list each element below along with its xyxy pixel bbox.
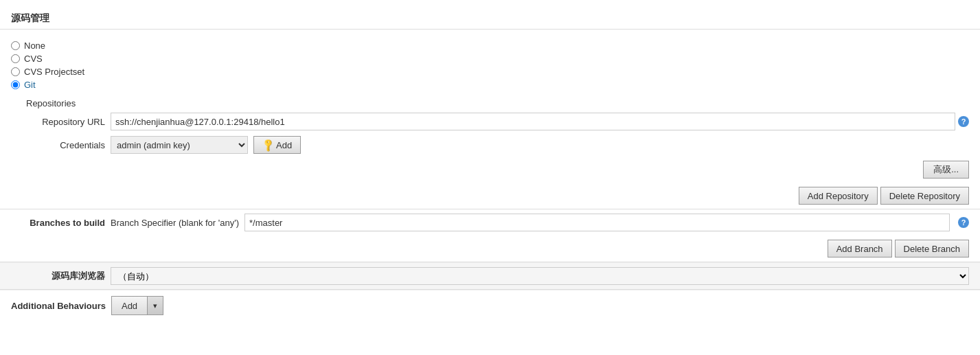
- radio-item-none: None: [11, 41, 969, 51]
- repository-url-input[interactable]: [111, 113, 955, 130]
- radio-cvs-projectset-label[interactable]: CVS Projectset: [24, 67, 84, 77]
- branch-specifier-input[interactable]: [244, 214, 950, 231]
- radio-item-git: Git: [11, 80, 969, 90]
- add-behaviour-arrow[interactable]: ▾: [147, 296, 163, 315]
- credentials-row: Credentials admin (admin key) 🔑 Add: [0, 133, 980, 157]
- section-title: 源码管理: [0, 7, 980, 30]
- radio-git[interactable]: [11, 80, 20, 89]
- add-credential-label: Add: [276, 140, 292, 150]
- add-repository-button[interactable]: Add Repository: [799, 187, 878, 205]
- radio-cvs-projectset[interactable]: [11, 67, 20, 76]
- radio-cvs[interactable]: [11, 54, 20, 63]
- add-behaviour-split-button: Add ▾: [111, 296, 163, 315]
- branch-specifier-info-icon[interactable]: ?: [958, 217, 969, 228]
- advanced-row: 高级...: [0, 157, 980, 183]
- radio-none[interactable]: [11, 41, 20, 50]
- add-branch-button[interactable]: Add Branch: [828, 240, 892, 257]
- credentials-select[interactable]: admin (admin key): [111, 136, 248, 154]
- source-browser-label: 源码库浏览器: [11, 270, 111, 282]
- repositories-section: Repositories: [0, 95, 980, 110]
- radio-group: None CVS CVS Projectset Git: [0, 35, 980, 95]
- page-container: 源码管理 None CVS CVS Projectset Git Reposit…: [0, 0, 980, 355]
- delete-repository-button[interactable]: Delete Repository: [880, 187, 969, 205]
- delete-branch-button[interactable]: Delete Branch: [895, 240, 969, 257]
- branches-to-build-label: Branches to build: [11, 218, 111, 228]
- key-icon: 🔑: [260, 137, 275, 152]
- radio-git-label[interactable]: Git: [24, 80, 36, 90]
- repository-action-row: Add Repository Delete Repository: [0, 183, 980, 209]
- credentials-label: Credentials: [11, 140, 111, 150]
- add-credential-button[interactable]: 🔑 Add: [253, 136, 301, 154]
- source-browser-select[interactable]: （自动）: [111, 267, 969, 285]
- radio-none-label[interactable]: None: [24, 41, 45, 51]
- repository-url-info-icon[interactable]: ?: [958, 116, 969, 127]
- repositories-label: Repositories: [26, 98, 76, 108]
- repository-url-input-wrap: ?: [111, 113, 969, 130]
- additional-behaviours-row: Additional Behaviours Add ▾: [0, 290, 980, 321]
- repository-url-label: Repository URL: [11, 117, 111, 127]
- branch-specifier-row: Branch Specifier (blank for 'any') ?: [111, 214, 969, 231]
- additional-behaviours-label: Additional Behaviours: [11, 301, 111, 311]
- radio-cvs-label[interactable]: CVS: [24, 54, 43, 64]
- branch-specifier-label: Branch Specifier (blank for 'any'): [111, 218, 239, 228]
- advanced-button[interactable]: 高级...: [923, 161, 969, 179]
- repository-url-row: Repository URL ?: [0, 110, 980, 133]
- radio-item-cvs: CVS: [11, 54, 969, 64]
- add-behaviour-button[interactable]: Add: [111, 296, 147, 315]
- branch-action-row: Add Branch Delete Branch: [0, 236, 980, 262]
- credentials-controls: admin (admin key) 🔑 Add: [111, 136, 301, 154]
- branches-to-build-row: Branches to build Branch Specifier (blan…: [0, 209, 980, 236]
- source-browser-row: 源码库浏览器 （自动）: [0, 262, 980, 289]
- radio-item-cvs-projectset: CVS Projectset: [11, 67, 969, 77]
